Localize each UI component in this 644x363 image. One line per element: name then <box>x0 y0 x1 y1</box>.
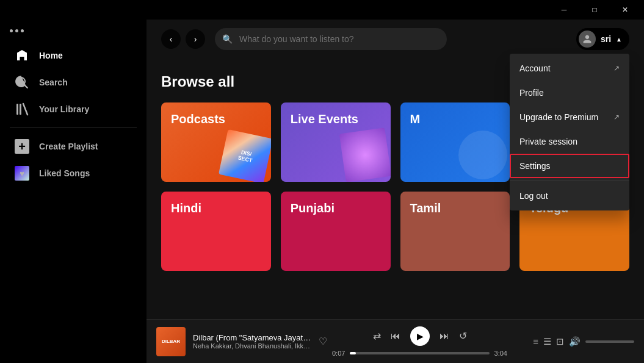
track-thumbnail: DILBAR <box>156 327 186 356</box>
progress-fill <box>350 352 355 354</box>
genre-card-music[interactable]: M <box>400 102 510 182</box>
main-content: ‹ › 🔍 sri ▲ <box>147 20 644 363</box>
sidebar-item-search[interactable]: Search <box>5 70 142 95</box>
dropdown-menu: Account ↗ Profile Upgrade to Premium ↗ P… <box>510 54 629 210</box>
library-icon <box>15 102 29 117</box>
volume-icon: 🔊 <box>569 336 581 347</box>
menu-item-account[interactable]: Account ↗ <box>510 56 629 81</box>
volume-bar[interactable] <box>585 340 634 343</box>
nav-arrows: ‹ › <box>161 29 205 49</box>
total-time: 3:04 <box>494 350 507 357</box>
add-icon: + <box>15 139 29 154</box>
search-icon: 🔍 <box>222 34 233 44</box>
svg-rect-2 <box>16 104 18 115</box>
external-link-icon: ↗ <box>613 64 620 73</box>
menu-item-settings[interactable]: Settings <box>510 154 629 178</box>
shuffle-button[interactable]: ⇄ <box>373 330 381 342</box>
repeat-button[interactable]: ↺ <box>459 330 467 342</box>
sidebar-item-home[interactable]: Home <box>5 43 142 68</box>
menu-item-logout[interactable]: Log out <box>510 184 629 208</box>
like-button[interactable]: ♡ <box>319 336 327 347</box>
svg-rect-3 <box>20 104 21 115</box>
menu-item-upgrade[interactable]: Upgrade to Premium ↗ <box>510 105 629 129</box>
title-bar: ─ □ ✕ <box>0 0 644 20</box>
chevron-up-icon: ▲ <box>616 36 622 43</box>
play-button[interactable]: ▶ <box>410 326 430 346</box>
sidebar-divider <box>10 128 137 128</box>
connect-button[interactable]: ⊡ <box>556 336 564 347</box>
search-wrapper: 🔍 <box>215 28 447 50</box>
search-input[interactable] <box>215 28 447 50</box>
forward-icon: › <box>194 34 197 44</box>
close-button[interactable]: ✕ <box>611 0 639 20</box>
top-bar: ‹ › 🔍 sri ▲ <box>147 20 644 59</box>
sidebar: Home Search Your Library <box>0 20 147 363</box>
next-button[interactable]: ⏭ <box>440 331 449 342</box>
dot1 <box>10 29 13 32</box>
sidebar-item-library[interactable]: Your Library <box>5 97 142 121</box>
podcast-art: DIS/SECT <box>219 129 271 182</box>
user-name: sri <box>601 34 611 44</box>
minimize-button[interactable]: ─ <box>550 0 578 20</box>
player-bar: DILBAR Dilbar (From "Satyameva Jayate"..… <box>147 319 644 363</box>
player-right: ≡ ☰ ⊡ 🔊 <box>512 336 634 347</box>
progress-track[interactable] <box>350 352 489 354</box>
genre-card-punjabi[interactable]: Punjabi <box>281 192 391 271</box>
search-bar-container: 🔍 <box>215 28 447 50</box>
sidebar-item-create-playlist[interactable]: + Create Playlist <box>5 134 142 159</box>
genre-card-hindi[interactable]: Hindi <box>161 192 271 271</box>
player-controls: ⇄ ⏮ ▶ ⏭ ↺ <box>373 326 467 346</box>
sidebar-item-liked-songs[interactable]: ♥ Liked Songs <box>5 161 142 185</box>
progress-bar-container: 0:07 3:04 <box>332 350 507 357</box>
player-track: DILBAR Dilbar (From "Satyameva Jayate"..… <box>156 327 327 356</box>
external-link-icon-2: ↗ <box>613 113 620 121</box>
user-menu-button[interactable]: sri ▲ <box>576 28 629 50</box>
genre-card-tamil[interactable]: Tamil <box>400 192 510 271</box>
player-center: ⇄ ⏮ ▶ ⏭ ↺ 0:07 3:04 <box>332 326 507 357</box>
track-artist: Neha Kakkar, Dhvani Bhanushali, Ikka, T.… <box>193 342 311 350</box>
svg-line-1 <box>24 85 28 88</box>
home-icon <box>15 48 29 63</box>
queue-button[interactable]: ☰ <box>543 336 551 347</box>
menu-item-private-session[interactable]: Private session <box>510 129 629 154</box>
track-name: Dilbar (From "Satyameva Jayate"...) <box>193 333 311 342</box>
menu-item-profile[interactable]: Profile <box>510 81 629 105</box>
forward-button[interactable]: › <box>186 29 205 49</box>
current-time: 0:07 <box>332 350 345 357</box>
app-body: Home Search Your Library <box>0 20 644 363</box>
search-sidebar-icon <box>15 75 29 90</box>
dot2 <box>15 29 18 32</box>
genre-card-live-events[interactable]: Live Events <box>281 102 391 182</box>
heart-gradient-icon: ♥ <box>15 166 29 181</box>
lyrics-button[interactable]: ≡ <box>533 336 538 347</box>
avatar <box>579 31 596 48</box>
live-events-art <box>339 128 390 182</box>
dot3 <box>21 29 24 32</box>
track-info: Dilbar (From "Satyameva Jayate"...) Neha… <box>193 333 311 350</box>
maximize-button[interactable]: □ <box>581 0 609 20</box>
prev-button[interactable]: ⏮ <box>391 331 400 342</box>
menu-divider <box>510 181 629 181</box>
back-button[interactable]: ‹ <box>161 29 181 49</box>
back-icon: ‹ <box>170 34 173 44</box>
genre-card-podcasts[interactable]: Podcasts DIS/SECT <box>161 102 271 182</box>
sidebar-dots <box>0 24 147 42</box>
music-art <box>458 131 507 179</box>
